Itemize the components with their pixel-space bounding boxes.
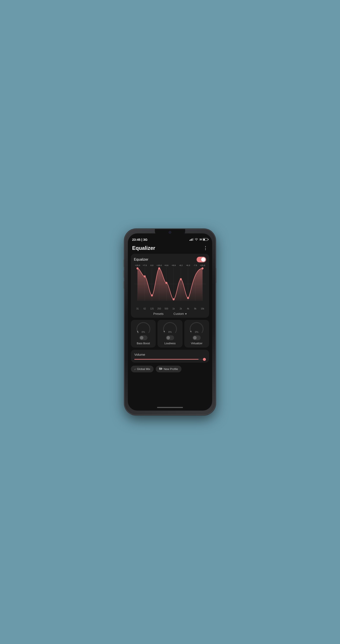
band-val-1: +7.5 — [141, 264, 148, 266]
presets-label: Presets — [153, 312, 164, 316]
effects-row: 0% Bass Boost 0% Loudness — [131, 320, 209, 348]
camera-dot — [169, 231, 171, 234]
equalizer-icon — [159, 368, 162, 370]
battery-icon: 38 — [199, 238, 208, 241]
freq-2: 125 — [148, 308, 156, 310]
freq-6: 2k — [177, 308, 184, 310]
freq-3: 250 — [156, 308, 163, 310]
virtualizer-label: Virtualizer — [191, 342, 202, 345]
loudness-label: Loudness — [164, 342, 176, 345]
freq-1: 62 — [141, 308, 148, 310]
band-val-0: +15.0 — [134, 264, 141, 266]
loudness-card: 0% Loudness — [157, 320, 182, 348]
bass-boost-toggle[interactable] — [139, 336, 148, 340]
status-icons: 38 — [189, 238, 208, 241]
eq-chart[interactable] — [134, 267, 206, 306]
volume-label: Volume — [134, 353, 206, 356]
freq-0: 31 — [134, 308, 141, 310]
more-menu-button[interactable]: ⋮ — [203, 246, 208, 250]
band-val-2: 0.0 — [148, 264, 156, 266]
band-val-3: +15.0 — [156, 264, 163, 266]
freq-4: 500 — [163, 308, 170, 310]
svg-rect-20 — [159, 368, 160, 370]
global-mix-button[interactable]: ♪ Global Mix — [131, 366, 154, 372]
band-val-4: +0.6 — [163, 264, 170, 266]
bass-boost-percent: 0% — [142, 331, 145, 333]
global-mix-label: Global Mix — [137, 368, 150, 370]
freq-7: 4k — [184, 308, 192, 310]
svg-rect-23 — [161, 368, 162, 370]
freq-5: 1k — [170, 308, 177, 310]
eq-section-label: Equalizer — [134, 258, 148, 262]
scroll-content: Equalizer +15.0 +7.5 0.0 +15.0 +0.6 +8.9… — [128, 254, 212, 405]
loudness-percent: 0% — [168, 331, 172, 333]
wifi-icon — [195, 238, 198, 241]
phone-frame: 23:45 | 3G 38 — [125, 229, 215, 415]
new-profile-label: New Profile — [164, 368, 178, 370]
bass-boost-card: 0% Bass Boost — [131, 320, 156, 348]
virtualizer-card: 0% Virtualizer — [184, 320, 209, 348]
virtualizer-percent: 0% — [195, 331, 198, 333]
profile-row: ♪ Global Mix New Profile — [131, 365, 209, 373]
svg-point-18 — [187, 297, 189, 299]
notch — [155, 229, 185, 236]
preset-value[interactable]: Custom — [173, 312, 184, 316]
bass-boost-knob[interactable]: 0% — [136, 323, 151, 334]
loudness-toggle[interactable] — [166, 336, 174, 340]
app-header: Equalizer ⋮ — [128, 243, 212, 254]
svg-rect-24 — [162, 368, 162, 370]
svg-rect-22 — [160, 368, 161, 370]
eq-header: Equalizer — [134, 257, 206, 262]
volume-thumb[interactable] — [203, 358, 206, 361]
eq-toggle[interactable] — [197, 257, 206, 262]
svg-point-13 — [151, 294, 153, 296]
band-val-7: +6.3 — [184, 264, 192, 266]
eq-freq-labels: 31 62 125 250 500 1k 2k 4k 8k 16k — [134, 308, 206, 310]
svg-point-11 — [137, 267, 138, 270]
bass-boost-label: Bass Boost — [137, 342, 150, 345]
page-title: Equalizer — [132, 245, 155, 251]
music-icon: ♪ — [134, 368, 136, 370]
band-val-6: -8.2 — [177, 264, 184, 266]
equalizer-card: Equalizer +15.0 +7.5 0.0 +15.0 +0.6 +8.9… — [131, 254, 209, 318]
chevron-down-icon[interactable]: ▾ — [185, 312, 187, 316]
svg-point-15 — [165, 282, 167, 284]
svg-point-14 — [158, 267, 160, 270]
virtualizer-knob[interactable]: 0% — [189, 323, 204, 334]
svg-point-12 — [144, 275, 146, 278]
svg-point-17 — [180, 278, 182, 280]
knob-dot — [164, 331, 165, 332]
volume-fill — [134, 359, 199, 360]
loudness-knob[interactable]: 0% — [162, 323, 178, 334]
svg-point-16 — [173, 298, 175, 300]
presets-row: Presets Custom ▾ — [134, 310, 206, 316]
virtualizer-toggle[interactable] — [192, 336, 201, 340]
volume-slider[interactable] — [134, 359, 206, 360]
new-profile-button[interactable]: New Profile — [156, 366, 181, 372]
svg-rect-21 — [160, 368, 160, 370]
signal-icon — [189, 238, 193, 241]
eq-band-values: +15.0 +7.5 0.0 +15.0 +0.6 +8.9 -8.2 +6.3… — [134, 264, 206, 266]
freq-9: 16k — [199, 308, 206, 310]
band-val-9: +15.0 — [199, 264, 206, 266]
band-val-5: +8.9 — [170, 264, 177, 266]
band-val-8: -7.5 — [192, 264, 199, 266]
status-time: 23:45 | 3G — [132, 238, 148, 242]
home-indicator — [157, 407, 183, 408]
volume-card: Volume — [131, 350, 209, 363]
knob-dot — [137, 331, 138, 332]
freq-8: 8k — [192, 308, 199, 310]
phone-screen: 23:45 | 3G 38 — [128, 234, 212, 410]
svg-point-19 — [202, 267, 203, 270]
